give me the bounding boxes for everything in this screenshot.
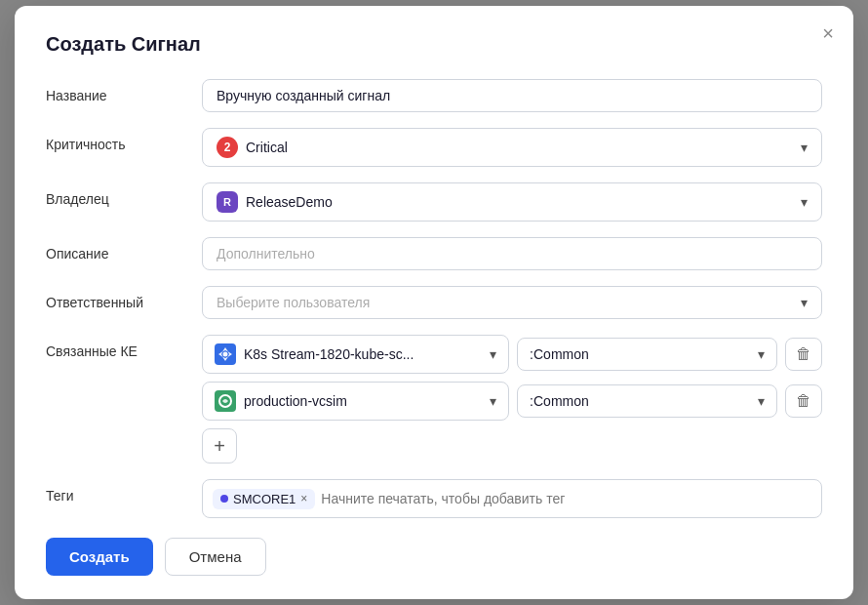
description-label: Описание [46,237,202,262]
create-button[interactable]: Создать [46,538,153,576]
owner-label: Владелец [46,182,202,207]
ke-common-chevron-1-icon: ▾ [758,346,765,362]
tags-input-area[interactable]: SMCORE1 × [202,479,822,518]
ke-chevron-2-icon: ▾ [490,393,496,409]
ke-name-2: production-vcsim [244,393,347,409]
k8s-icon [215,343,236,365]
name-field [202,79,822,112]
trash-icon: 🗑 [796,345,811,363]
svg-point-5 [223,352,228,357]
name-row: Название [46,79,822,112]
modal-overlay: × Создать Сигнал Название Критичность 2 … [0,0,868,605]
name-label: Название [46,79,202,103]
responsible-field: Выберите пользователя ▾ [202,286,822,319]
modal-container: × Создать Сигнал Название Критичность 2 … [15,6,853,599]
criticality-select[interactable]: 2 Critical ▾ [202,128,822,167]
responsible-label: Ответственный [46,286,202,310]
responsible-select[interactable]: Выберите пользователя ▾ [202,286,822,319]
prod-icon [215,390,236,412]
criticality-label: Критичность [46,128,202,152]
description-row: Описание [46,237,822,270]
owner-row: Владелец R ReleaseDemo ▾ [46,182,822,222]
responsible-chevron-icon: ▾ [801,295,808,310]
tag-remove-button[interactable]: × [300,493,307,504]
description-field [202,237,822,270]
cancel-button[interactable]: Отмена [165,538,266,576]
modal-footer: Создать Отмена [46,538,822,576]
trash-icon-2: 🗑 [796,392,811,410]
close-button[interactable]: × [822,23,834,43]
ke-row-1: K8s Stream-1820-kube-sc... ▾ :Common ▾ 🗑 [202,335,822,374]
criticality-value: Critical [246,140,288,155]
criticality-row: Критичность 2 Critical ▾ [46,128,822,167]
ke-common-value-2: :Common [530,393,589,409]
tag-label: SMCORE1 [233,492,296,506]
ke-common-chevron-2-icon: ▾ [758,393,765,409]
add-ke-button[interactable]: + [202,428,237,464]
modal-title: Создать Сигнал [46,33,822,56]
tags-field-container: SMCORE1 × [202,479,822,518]
related-ke-field: K8s Stream-1820-kube-sc... ▾ :Common ▾ 🗑 [202,335,822,464]
ke-select-2[interactable]: production-vcsim ▾ [202,382,509,421]
responsible-placeholder: Выберите пользователя [217,295,370,310]
tags-row: Теги SMCORE1 × [46,479,822,518]
tag-text-input[interactable] [321,491,811,506]
owner-value: ReleaseDemo [246,194,333,210]
tag-dot-icon [220,495,228,503]
description-input[interactable] [202,237,822,270]
name-input[interactable] [202,79,822,112]
owner-select[interactable]: R ReleaseDemo ▾ [202,182,822,222]
criticality-chevron-icon: ▾ [801,140,808,155]
owner-chevron-icon: ▾ [801,194,808,210]
responsible-row: Ответственный Выберите пользователя ▾ [46,286,822,319]
tags-label: Теги [46,479,202,504]
tag-chip-smcore1: SMCORE1 × [213,489,315,509]
related-ke-row: Связанные КЕ [46,335,822,464]
related-ke-label: Связанные КЕ [46,335,202,359]
ke-row-2: production-vcsim ▾ :Common ▾ 🗑 [202,382,822,421]
criticality-field: 2 Critical ▾ [202,128,822,167]
owner-field: R ReleaseDemo ▾ [202,182,822,222]
ke-delete-2-button[interactable]: 🗑 [785,384,822,418]
ke-chevron-1-icon: ▾ [490,346,496,362]
ke-select-1[interactable]: K8s Stream-1820-kube-sc... ▾ [202,335,509,374]
ke-common-select-2[interactable]: :Common ▾ [517,384,777,418]
ke-delete-1-button[interactable]: 🗑 [785,338,822,371]
criticality-badge: 2 [217,137,238,158]
ke-common-value-1: :Common [530,346,589,362]
owner-badge: R [217,191,238,213]
ke-common-select-1[interactable]: :Common ▾ [517,338,777,371]
ke-name-1: K8s Stream-1820-kube-sc... [244,346,414,362]
